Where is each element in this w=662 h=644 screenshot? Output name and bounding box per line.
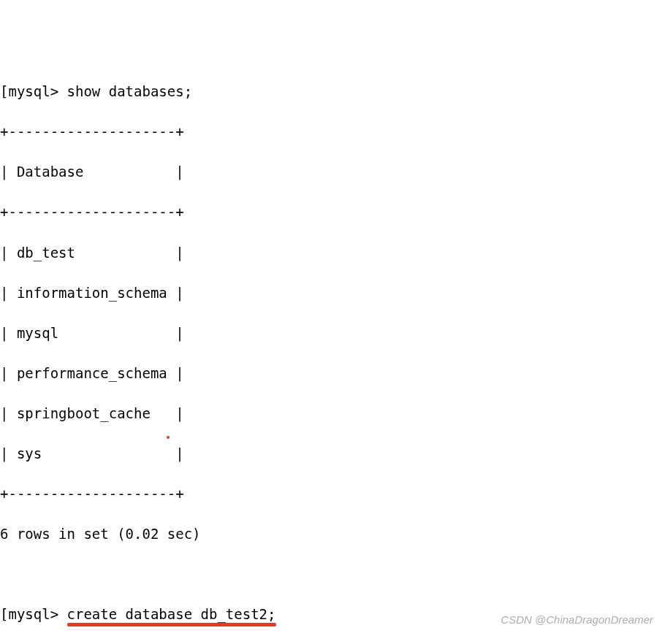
blank-line <box>0 564 662 585</box>
result-summary: 6 rows in set (0.02 sec) <box>0 524 662 545</box>
table-row: | db_test | <box>0 243 662 264</box>
table-border: +--------------------+ <box>0 484 662 505</box>
mysql-prompt: [mysql> <box>0 83 67 99</box>
table-row: | springboot_cache | <box>0 404 662 424</box>
watermark-text: CSDN @ChinaDragonDreamer <box>501 612 653 628</box>
table-row: | information_schema | <box>0 283 662 304</box>
sql-command: show databases; <box>67 83 193 99</box>
table-row: | sys | <box>0 444 662 464</box>
table-border: +--------------------+ <box>0 202 662 223</box>
table-row: | performance_schema | <box>0 364 662 384</box>
annotation-dot <box>167 436 170 439</box>
terminal-line: [mysql> show databases; <box>0 82 662 102</box>
table-row: | mysql | <box>0 323 662 344</box>
table-border: +--------------------+ <box>0 122 662 142</box>
mysql-prompt: [mysql> <box>0 606 67 622</box>
table-header: | Database | <box>0 162 662 183</box>
sql-command-create: create database db_test2; <box>67 605 276 625</box>
